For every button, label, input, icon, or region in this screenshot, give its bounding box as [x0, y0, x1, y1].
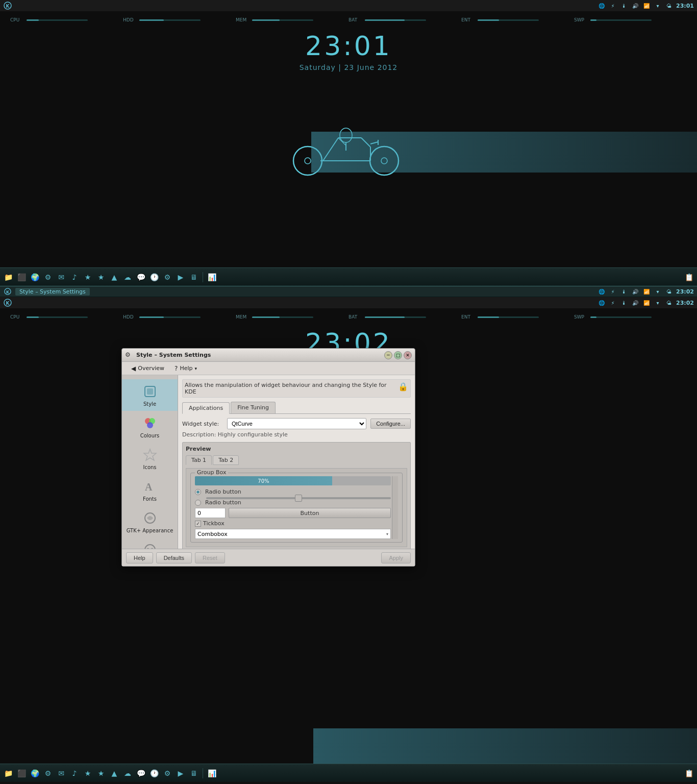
taskbar-icon-star2[interactable]: ★ [95, 271, 107, 283]
sidebar-item-icons[interactable]: Icons [122, 443, 178, 474]
fonts-label: Fonts [143, 496, 157, 502]
wifi-icon[interactable]: 📶 [642, 2, 651, 10]
clock-date-1: Saturday | 23 June 2012 [300, 63, 398, 71]
reset-button[interactable]: Reset [195, 552, 225, 564]
preview-radio-2[interactable] [195, 500, 201, 506]
s2-temperature-icon[interactable]: 🌡 [620, 299, 628, 307]
gtk-label: GTK+ Appearance [127, 528, 173, 533]
sidebar-item-emoticons[interactable]: Emoticons [122, 537, 178, 549]
taskbar-icon-skype[interactable]: ☁ [121, 271, 134, 283]
s2-dropdown-icon[interactable]: ▾ [654, 299, 662, 307]
apply-button[interactable]: Apply [381, 552, 411, 564]
preview-spinbox[interactable]: 0 [195, 508, 226, 518]
s2-weather-icon[interactable]: 🌤 [665, 299, 673, 307]
preview-slider-handle[interactable] [295, 495, 302, 502]
taskbar-icon-gear[interactable]: ⚙ [161, 271, 173, 283]
t2-icon-display[interactable]: 🖥 [188, 767, 200, 779]
configure-btn[interactable]: Configure... [370, 419, 411, 429]
preview-button[interactable]: Button [229, 508, 391, 518]
t2-icon-browser[interactable]: 🌍 [29, 767, 41, 779]
taskbar-icon-files[interactable]: 📁 [2, 271, 14, 283]
window-maximize-btn[interactable]: □ [394, 351, 402, 359]
taskbar-icon-display[interactable]: 🖥 [188, 271, 200, 283]
t2-icon-star1[interactable]: ★ [82, 767, 94, 779]
temperature-icon[interactable]: 🌡 [620, 2, 628, 10]
wm-volume-icon[interactable]: 🔊 [631, 287, 639, 296]
window-titlebar: ⚙ Style – System Settings ─ □ ✕ [122, 349, 415, 362]
s2-volume-icon[interactable]: 🔊 [631, 299, 639, 307]
s2-wifi-icon[interactable]: 📶 [642, 299, 651, 307]
window-close-btn[interactable]: ✕ [404, 351, 412, 359]
sidebar-item-colours[interactable]: Colours [122, 411, 178, 443]
taskbar-2: 📁 ⬛ 🌍 ⚙ ✉ ♪ ★ ★ ▲ ☁ 💬 🕐 ⚙ ▶ 🖥 📊 📋 [0, 764, 697, 782]
style-description-text: Description: Highly configurable style [182, 431, 411, 438]
preview-combobox[interactable]: Combobox ▾ [195, 529, 391, 539]
widget-style-row: Widget style: QtCurve Configure... [182, 418, 411, 429]
t2-icon-arrow-up[interactable]: ▲ [108, 767, 120, 779]
wm-weather-icon[interactable]: 🌤 [665, 287, 673, 296]
sidebar-item-fonts[interactable]: A Fonts [122, 474, 178, 506]
preview-scrollbar[interactable] [392, 476, 398, 539]
hdd-monitor: HDD [123, 17, 236, 22]
tab-fine-tuning[interactable]: Fine Tuning [231, 402, 276, 413]
volume-icon[interactable]: 🔊 [631, 2, 639, 10]
defaults-button[interactable]: Defaults [156, 552, 192, 564]
t2-icon-files[interactable]: 📁 [2, 767, 14, 779]
wm-network-icon[interactable]: 🌐 [598, 287, 606, 296]
wm-dropdown-icon[interactable]: ▾ [654, 287, 662, 296]
t2-icon-media[interactable]: ▶ [175, 767, 187, 779]
taskbar-icon-star1[interactable]: ★ [82, 271, 94, 283]
taskbar-icon-music[interactable]: ♪ [68, 271, 81, 283]
t2-icon-terminal[interactable]: ⬛ [15, 767, 28, 779]
menu-help[interactable]: ? Help ▾ [169, 363, 202, 374]
help-button[interactable]: Help [126, 552, 153, 564]
t2-icon-gear[interactable]: ⚙ [161, 767, 173, 779]
t2-icon-skype[interactable]: ☁ [121, 767, 134, 779]
t2-icon-settings[interactable]: ⚙ [42, 767, 54, 779]
preview-radio-1[interactable] [195, 489, 201, 495]
t2-icon-misc[interactable]: 📊 [206, 767, 218, 779]
wm-wifi-icon[interactable]: 📶 [642, 287, 651, 296]
window-minimize-btn[interactable]: ─ [384, 351, 392, 359]
ent-monitor: ENT [461, 17, 574, 22]
preview-checkbox[interactable]: ✓ [195, 521, 201, 527]
dropdown-icon[interactable]: ▾ [654, 2, 662, 10]
t2-icon-chat[interactable]: 💬 [135, 767, 147, 779]
taskbar-icon-right-1[interactable]: 📋 [683, 271, 695, 283]
wm-window-title[interactable]: Style – System Settings [15, 288, 90, 296]
t2-icon-right[interactable]: 📋 [683, 767, 695, 779]
s2-swp-monitor: SWP [574, 314, 687, 320]
taskbar-icon-chat[interactable]: 💬 [135, 271, 147, 283]
preview-slider[interactable] [206, 497, 391, 499]
weather-icon[interactable]: 🌤 [665, 2, 673, 10]
taskbar-icon-misc[interactable]: 📊 [206, 271, 218, 283]
taskbar-icon-terminal[interactable]: ⬛ [15, 271, 28, 283]
t2-icon-music[interactable]: ♪ [68, 767, 81, 779]
taskbar-icon-media[interactable]: ▶ [175, 271, 187, 283]
t2-icon-clock2[interactable]: 🕐 [148, 767, 160, 779]
settings-main: 🔒 Allows the manipulation of widget beha… [178, 375, 415, 549]
taskbar-icon-clock2[interactable]: 🕐 [148, 271, 160, 283]
kde-logo-icon[interactable]: K [3, 1, 12, 10]
taskbar-icon-mail[interactable]: ✉ [55, 271, 67, 283]
taskbar-icon-arrow-up[interactable]: ▲ [108, 271, 120, 283]
wm-bluetooth-icon[interactable]: ⚡ [609, 287, 617, 296]
taskbar-icon-settings[interactable]: ⚙ [42, 271, 54, 283]
wm-temperature-icon[interactable]: 🌡 [620, 287, 628, 296]
sidebar-item-style[interactable]: Style [122, 379, 178, 411]
s2-network-icon[interactable]: 🌐 [598, 299, 606, 307]
t2-icon-star2[interactable]: ★ [95, 767, 107, 779]
svg-text:A: A [145, 481, 153, 493]
menu-overview[interactable]: ◀ Overview [126, 363, 169, 374]
bluetooth-icon[interactable]: ⚡ [609, 2, 617, 10]
network-icon[interactable]: 🌐 [598, 2, 606, 10]
t2-icon-mail[interactable]: ✉ [55, 767, 67, 779]
preview-tab-2[interactable]: Tab 2 [213, 455, 239, 465]
kde-logo-2[interactable]: K [3, 298, 12, 307]
tab-applications[interactable]: Applications [182, 402, 230, 414]
preview-tab-1[interactable]: Tab 1 [186, 455, 212, 465]
taskbar-icon-browser[interactable]: 🌍 [29, 271, 41, 283]
sidebar-item-gtk[interactable]: GTK+ Appearance [122, 506, 178, 537]
widget-style-select[interactable]: QtCurve [227, 418, 366, 429]
s2-bluetooth-icon[interactable]: ⚡ [609, 299, 617, 307]
